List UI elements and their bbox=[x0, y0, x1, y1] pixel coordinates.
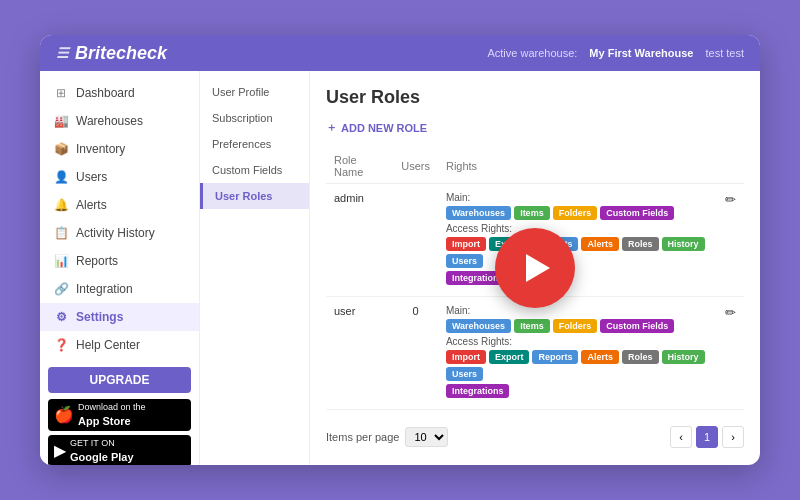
activity-icon: 📋 bbox=[54, 226, 68, 240]
pagination-buttons: ‹ 1 › bbox=[670, 426, 744, 448]
google-play-title: Google Play bbox=[70, 450, 134, 464]
sidebar-label-integration: Integration bbox=[76, 282, 133, 296]
role-name-cell: user bbox=[326, 297, 393, 410]
sidebar-item-inventory[interactable]: 📦 Inventory bbox=[40, 135, 199, 163]
rights-main-label: Main: bbox=[446, 192, 709, 203]
role-rights-cell: Main:WarehousesItemsFoldersCustom Fields… bbox=[438, 184, 717, 297]
menu-icon[interactable]: ☰ bbox=[56, 45, 69, 61]
sidebar: ⊞ Dashboard 🏭 Warehouses 📦 Inventory 👤 U… bbox=[40, 71, 200, 465]
per-page-select[interactable]: 10 25 50 bbox=[405, 427, 448, 447]
role-tag: History bbox=[662, 350, 705, 364]
role-users-cell: 0 bbox=[393, 297, 438, 410]
role-tag: Import bbox=[446, 350, 486, 364]
content-area: User Profile Subscription Preferences Cu… bbox=[200, 71, 760, 465]
users-icon: 👤 bbox=[54, 170, 68, 184]
role-tag: Reports bbox=[532, 350, 578, 364]
google-play-icon: ▶ bbox=[54, 441, 66, 460]
sidebar-label-alerts: Alerts bbox=[76, 198, 107, 212]
sidebar-item-activity[interactable]: 📋 Activity History bbox=[40, 219, 199, 247]
apple-icon: 🍎 bbox=[54, 405, 74, 424]
next-page-button[interactable]: › bbox=[722, 426, 744, 448]
col-rights: Rights bbox=[438, 149, 717, 184]
sidebar-label-dashboard: Dashboard bbox=[76, 86, 135, 100]
sidebar-label-help: Help Center bbox=[76, 338, 140, 352]
sidebar-label-reports: Reports bbox=[76, 254, 118, 268]
main-panel: User Roles ＋ ADD NEW ROLE Role Name User… bbox=[310, 71, 760, 465]
role-tag: Warehouses bbox=[446, 319, 511, 333]
role-tag: Warehouses bbox=[446, 206, 511, 220]
topbar: ☰ Britecheck Active warehouse: My First … bbox=[40, 35, 760, 71]
per-page-label: Items per page bbox=[326, 431, 399, 443]
sidebar-label-users: Users bbox=[76, 170, 107, 184]
page-title: User Roles bbox=[326, 87, 744, 108]
role-users-cell bbox=[393, 184, 438, 297]
sidebar-item-users[interactable]: 👤 Users bbox=[40, 163, 199, 191]
pagination-bar: Items per page 10 25 50 ‹ 1 › bbox=[326, 426, 744, 448]
rights-main-label: Main: bbox=[446, 305, 709, 316]
integration-icon: 🔗 bbox=[54, 282, 68, 296]
sidebar-item-warehouses[interactable]: 🏭 Warehouses bbox=[40, 107, 199, 135]
role-tag: Users bbox=[446, 367, 483, 381]
sidebar-label-warehouses: Warehouses bbox=[76, 114, 143, 128]
sidebar-item-settings[interactable]: ⚙ Settings bbox=[40, 303, 199, 331]
role-tag: Custom Fields bbox=[600, 206, 674, 220]
role-rights-cell: Main:WarehousesItemsFoldersCustom Fields… bbox=[438, 297, 717, 410]
role-tag: Custom Fields bbox=[600, 319, 674, 333]
reports-icon: 📊 bbox=[54, 254, 68, 268]
col-role-name: Role Name bbox=[326, 149, 393, 184]
role-name-cell: admin bbox=[326, 184, 393, 297]
settings-nav-user-roles[interactable]: User Roles bbox=[200, 183, 309, 209]
role-edit-cell[interactable]: ✏ bbox=[717, 184, 744, 297]
per-page-section: Items per page 10 25 50 bbox=[326, 427, 448, 447]
role-tag: Users bbox=[446, 254, 483, 268]
sidebar-item-help[interactable]: ❓ Help Center bbox=[40, 331, 199, 359]
warehouse-name[interactable]: My First Warehouse bbox=[589, 47, 693, 59]
add-role-label: ADD NEW ROLE bbox=[341, 122, 427, 134]
logo-text: Britecheck bbox=[75, 43, 167, 64]
logo: ☰ Britecheck bbox=[56, 43, 167, 64]
role-tag: Alerts bbox=[581, 350, 619, 364]
warehouse-label: Active warehouse: bbox=[487, 47, 577, 59]
role-tag: History bbox=[662, 237, 705, 251]
help-icon: ❓ bbox=[54, 338, 68, 352]
role-tag: Items bbox=[514, 206, 550, 220]
play-button[interactable] bbox=[495, 228, 575, 308]
upgrade-button[interactable]: UPGRADE bbox=[48, 367, 191, 393]
role-tag: Export bbox=[489, 350, 530, 364]
sidebar-label-activity: Activity History bbox=[76, 226, 155, 240]
table-row: user0Main:WarehousesItemsFoldersCustom F… bbox=[326, 297, 744, 410]
role-tag: Roles bbox=[622, 237, 659, 251]
inventory-icon: 📦 bbox=[54, 142, 68, 156]
settings-nav-subscription[interactable]: Subscription bbox=[200, 105, 309, 131]
role-tag: Folders bbox=[553, 319, 598, 333]
plus-icon: ＋ bbox=[326, 120, 337, 135]
sidebar-label-settings: Settings bbox=[76, 310, 123, 324]
topbar-right: Active warehouse: My First Warehouse tes… bbox=[487, 47, 744, 59]
settings-nav-profile[interactable]: User Profile bbox=[200, 79, 309, 105]
sidebar-item-integration[interactable]: 🔗 Integration bbox=[40, 275, 199, 303]
settings-nav-preferences[interactable]: Preferences bbox=[200, 131, 309, 157]
page-1-button[interactable]: 1 bbox=[696, 426, 718, 448]
app-store-badge[interactable]: 🍎 Download on the App Store bbox=[48, 399, 191, 431]
role-tag: Import bbox=[446, 237, 486, 251]
col-users: Users bbox=[393, 149, 438, 184]
settings-nav-custom-fields[interactable]: Custom Fields bbox=[200, 157, 309, 183]
role-tag: Alerts bbox=[581, 237, 619, 251]
sidebar-item-dashboard[interactable]: ⊞ Dashboard bbox=[40, 79, 199, 107]
main-layout: ⊞ Dashboard 🏭 Warehouses 📦 Inventory 👤 U… bbox=[40, 71, 760, 465]
rights-access-label: Access Rights: bbox=[446, 223, 709, 234]
settings-nav: User Profile Subscription Preferences Cu… bbox=[200, 71, 310, 465]
alerts-icon: 🔔 bbox=[54, 198, 68, 212]
add-role-button[interactable]: ＋ ADD NEW ROLE bbox=[326, 120, 427, 135]
google-play-badge[interactable]: ▶ GET IT ON Google Play bbox=[48, 435, 191, 465]
user-menu[interactable]: test test bbox=[705, 47, 744, 59]
role-edit-cell[interactable]: ✏ bbox=[717, 297, 744, 410]
app-store-title: App Store bbox=[78, 414, 146, 428]
role-tag: Roles bbox=[622, 350, 659, 364]
prev-page-button[interactable]: ‹ bbox=[670, 426, 692, 448]
warehouses-icon: 🏭 bbox=[54, 114, 68, 128]
role-tag: Folders bbox=[553, 206, 598, 220]
sidebar-item-alerts[interactable]: 🔔 Alerts bbox=[40, 191, 199, 219]
role-tag: Items bbox=[514, 319, 550, 333]
sidebar-item-reports[interactable]: 📊 Reports bbox=[40, 247, 199, 275]
